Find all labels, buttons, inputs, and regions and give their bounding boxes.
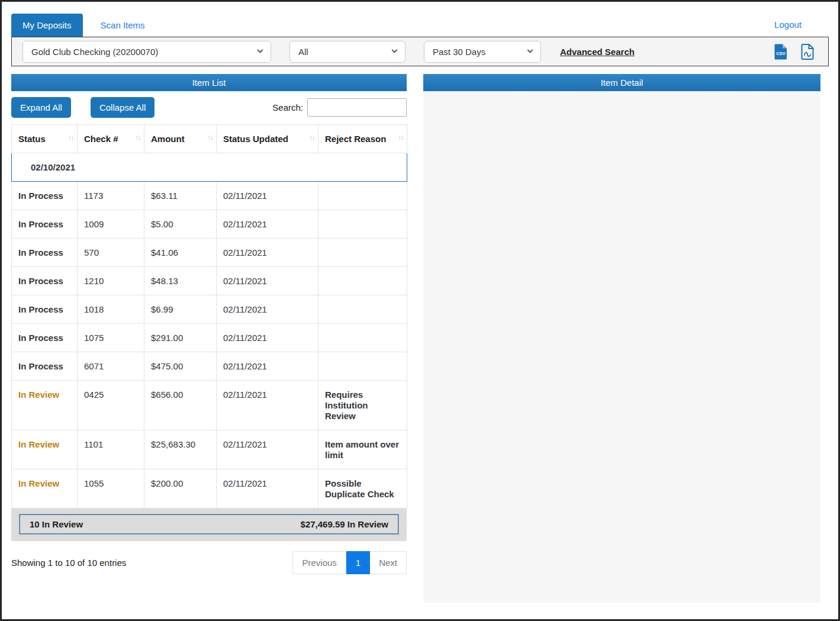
status-filter-value: All bbox=[298, 47, 387, 57]
status-updated-cell: 02/11/2021 bbox=[217, 324, 318, 352]
reject-reason-cell bbox=[318, 295, 407, 324]
previous-page-button[interactable]: Previous bbox=[292, 551, 346, 574]
column-label: Check # bbox=[84, 134, 118, 144]
table-row[interactable]: In Review1101$25,683.3002/11/2021Item am… bbox=[12, 430, 407, 469]
search-input[interactable] bbox=[307, 98, 407, 117]
status-cell: In Process bbox=[12, 210, 78, 239]
status-cell: In Process bbox=[12, 267, 78, 295]
collapse-all-button[interactable]: Collapse All bbox=[91, 97, 155, 118]
review-amount: $27,469.59 In Review bbox=[301, 519, 388, 529]
check-number-cell: 1018 bbox=[78, 295, 144, 324]
status-filter-select[interactable]: All bbox=[289, 41, 405, 63]
search-group: Search: bbox=[272, 98, 407, 117]
amount-cell: $5.00 bbox=[144, 210, 217, 239]
table-row[interactable]: In Review0425$656.0002/11/2021Requires I… bbox=[12, 381, 407, 430]
amount-cell: $656.00 bbox=[144, 381, 217, 430]
reject-reason-cell: Possible Duplicate Check bbox=[318, 469, 407, 509]
date-range-select[interactable]: Past 30 Days bbox=[424, 41, 541, 63]
reject-reason-cell bbox=[318, 210, 407, 239]
advanced-search-link[interactable]: Advanced Search bbox=[560, 47, 635, 57]
app-window: My Deposits Scan Items Logout Gold Club … bbox=[0, 0, 840, 621]
reject-reason-cell bbox=[318, 267, 407, 295]
item-detail-header: Item Detail bbox=[423, 74, 820, 91]
chevron-down-icon bbox=[392, 47, 398, 53]
expand-all-button[interactable]: Expand All bbox=[11, 97, 71, 118]
table-row[interactable]: In Process1173$63.1102/11/2021 bbox=[12, 182, 407, 210]
account-select-value: Gold Club Checking (20200070) bbox=[31, 47, 252, 57]
status-updated-cell: 02/11/2021 bbox=[217, 267, 318, 295]
table-row[interactable]: In Process1009$5.0002/11/2021 bbox=[12, 210, 407, 239]
chevron-down-icon bbox=[20, 165, 26, 170]
review-count: 10 In Review bbox=[30, 519, 83, 529]
check-number-cell: 1210 bbox=[78, 267, 144, 295]
date-range-value: Past 30 Days bbox=[433, 47, 522, 57]
table-row[interactable]: In Process570$41.0602/11/2021 bbox=[12, 239, 407, 267]
item-detail-body bbox=[423, 91, 820, 603]
reject-reason-cell bbox=[318, 182, 407, 210]
reject-reason-cell: Requires Institution Review bbox=[318, 381, 407, 430]
check-number-cell: 1009 bbox=[78, 210, 144, 239]
status-cell: In Process bbox=[12, 295, 78, 324]
status-cell: In Process bbox=[12, 324, 78, 352]
check-number-cell: 1101 bbox=[78, 430, 144, 469]
status-updated-cell: 02/11/2021 bbox=[217, 430, 318, 469]
item-detail-panel: Item Detail bbox=[423, 74, 820, 603]
status-cell: In Process bbox=[12, 352, 78, 381]
column-label: Amount bbox=[151, 134, 185, 144]
item-list-controls: Expand All Collapse All Search: bbox=[11, 97, 407, 118]
content-panels: Item List Expand All Collapse All Search… bbox=[11, 74, 829, 603]
table-row[interactable]: In Process1018$6.9902/11/2021 bbox=[12, 295, 407, 324]
table-row[interactable]: In Process1075$291.0002/11/2021 bbox=[12, 324, 407, 352]
amount-cell: $48.13 bbox=[144, 267, 217, 295]
check-number-cell: 1055 bbox=[78, 469, 144, 509]
amount-cell: $475.00 bbox=[144, 352, 217, 381]
check-number-cell: 570 bbox=[78, 239, 144, 267]
tab-my-deposits[interactable]: My Deposits bbox=[11, 14, 83, 37]
item-list-footer: Showing 1 to 10 of 10 entries Previous 1… bbox=[11, 551, 407, 574]
status-updated-cell: 02/11/2021 bbox=[217, 182, 318, 210]
column-header-reject-reason[interactable]: Reject Reason ↑↓ bbox=[318, 125, 407, 153]
reject-reason-cell bbox=[318, 324, 407, 352]
logout-link[interactable]: Logout bbox=[774, 20, 802, 37]
sort-icon: ↑↓ bbox=[398, 133, 403, 141]
table-row[interactable]: In Process1210$48.1302/11/2021 bbox=[12, 267, 407, 295]
csv-icon-text: CSV bbox=[776, 51, 785, 56]
date-group-row[interactable]: 02/10/2021 bbox=[12, 153, 407, 182]
chevron-down-icon bbox=[527, 47, 533, 53]
column-header-amount[interactable]: Amount ↑↓ bbox=[144, 125, 217, 153]
column-label: Reject Reason bbox=[325, 134, 386, 144]
status-cell: In Review bbox=[12, 430, 78, 469]
review-summary-box: 10 In Review $27,469.59 In Review bbox=[20, 514, 398, 534]
amount-cell: $291.00 bbox=[144, 324, 217, 352]
amount-cell: $200.00 bbox=[144, 469, 217, 509]
tab-scan-items[interactable]: Scan Items bbox=[98, 14, 147, 37]
status-updated-cell: 02/11/2021 bbox=[217, 239, 318, 267]
review-summary-bar: 10 In Review $27,469.59 In Review bbox=[11, 509, 407, 541]
account-select[interactable]: Gold Club Checking (20200070) bbox=[22, 41, 271, 63]
page-1-button[interactable]: 1 bbox=[346, 551, 370, 574]
pdf-export-icon[interactable] bbox=[800, 43, 815, 60]
chevron-down-icon bbox=[258, 47, 263, 53]
column-header-status-updated[interactable]: Status Updated ↑↓ bbox=[217, 125, 318, 153]
pagination: Previous 1 Next bbox=[292, 551, 407, 574]
reject-reason-cell bbox=[318, 352, 407, 381]
column-header-status[interactable]: Status ↑↓ bbox=[12, 125, 78, 153]
filter-bar: Gold Club Checking (20200070) All Past 3… bbox=[11, 37, 829, 66]
item-list-rows: 02/10/2021 In Process1173$63.1102/11/202… bbox=[12, 153, 407, 509]
status-cell: In Process bbox=[12, 239, 78, 267]
item-list-panel: Item List Expand All Collapse All Search… bbox=[11, 74, 407, 603]
table-row[interactable]: In Process6071$475.0002/11/2021 bbox=[12, 352, 407, 381]
item-list-header: Item List bbox=[11, 74, 407, 91]
column-label: Status Updated bbox=[223, 134, 288, 144]
date-group-label: 02/10/2021 bbox=[31, 162, 75, 172]
export-icons: CSV bbox=[774, 43, 818, 60]
csv-export-icon[interactable]: CSV bbox=[774, 43, 788, 60]
status-cell: In Process bbox=[12, 182, 78, 210]
next-page-button[interactable]: Next bbox=[370, 551, 407, 574]
amount-cell: $63.11 bbox=[144, 182, 217, 210]
table-row[interactable]: In Review1055$200.0002/11/2021Possible D… bbox=[12, 469, 407, 509]
column-header-check[interactable]: Check # ↑↓ bbox=[78, 125, 144, 153]
status-updated-cell: 02/11/2021 bbox=[217, 295, 318, 324]
tab-bar: My Deposits Scan Items Logout bbox=[11, 14, 829, 37]
status-updated-cell: 02/11/2021 bbox=[217, 352, 318, 381]
